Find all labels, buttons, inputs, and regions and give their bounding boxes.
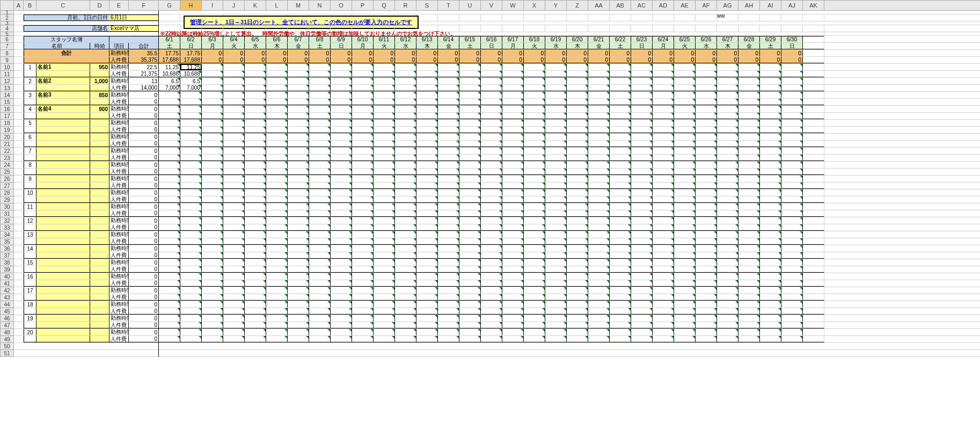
staff-11-h-10[interactable] — [374, 203, 395, 210]
staff-8-h-26[interactable] — [717, 162, 738, 168]
staff-wage-5[interactable] — [90, 120, 109, 126]
staff-7-h-25[interactable] — [696, 148, 717, 154]
staff-6-h-0[interactable] — [159, 134, 180, 140]
staff-2-h-14[interactable] — [459, 78, 481, 84]
staff-12-h-5[interactable] — [266, 217, 288, 224]
staff-12-h-25[interactable] — [696, 217, 717, 224]
staff-13-h-2[interactable] — [202, 231, 223, 238]
col-header-AF[interactable]: AF — [696, 1, 717, 10]
staff-9-h-25[interactable] — [696, 175, 717, 182]
staff-9-h-8[interactable] — [331, 175, 352, 182]
staff-5-h-15[interactable] — [481, 120, 502, 126]
staff-20-h-29[interactable] — [781, 329, 803, 335]
staff-11-h-7[interactable] — [309, 203, 331, 210]
staff-14-h-3[interactable] — [223, 245, 245, 252]
staff-1-h-20[interactable] — [588, 64, 610, 70]
staff-1-h-15[interactable] — [481, 64, 502, 70]
staff-4-h-20[interactable] — [588, 106, 610, 112]
staff-10-h-24[interactable] — [674, 189, 696, 196]
staff-11-h-4[interactable] — [245, 203, 266, 210]
col-header-AI[interactable]: AI — [760, 1, 781, 10]
row-header-12[interactable]: 12 — [1, 78, 13, 85]
staff-10-h-27[interactable] — [738, 189, 760, 196]
staff-2-h-4[interactable] — [245, 78, 266, 84]
staff-7-h-21[interactable] — [610, 148, 631, 154]
staff-9-h-3[interactable] — [223, 175, 245, 182]
staff-6-h-27[interactable] — [738, 134, 760, 140]
col-header-X[interactable]: X — [524, 1, 545, 10]
staff-9-h-7[interactable] — [309, 175, 331, 182]
staff-14-h-0[interactable] — [159, 245, 180, 252]
row-header-21[interactable]: 21 — [1, 141, 13, 148]
staff-11-h-26[interactable] — [717, 203, 738, 210]
staff-17-h-8[interactable] — [331, 287, 352, 294]
staff-12-h-10[interactable] — [374, 217, 395, 224]
col-header-G[interactable]: G — [159, 1, 180, 10]
staff-19-h-3[interactable] — [223, 315, 245, 321]
staff-5-h-18[interactable] — [545, 120, 567, 126]
staff-18-h-22[interactable] — [631, 301, 653, 308]
staff-9-h-12[interactable] — [416, 175, 438, 182]
col-header-AG[interactable]: AG — [717, 1, 738, 10]
staff-2-h-11[interactable] — [395, 78, 416, 84]
staff-19-h-18[interactable] — [545, 315, 567, 321]
staff-16-h-0[interactable] — [159, 273, 180, 280]
staff-17-h-22[interactable] — [631, 287, 653, 294]
staff-7-h-19[interactable] — [567, 148, 588, 154]
staff-1-h-28[interactable] — [760, 64, 781, 70]
staff-9-h-26[interactable] — [717, 175, 738, 182]
staff-11-h-23[interactable] — [653, 203, 674, 210]
staff-15-h-22[interactable] — [631, 259, 653, 266]
staff-4-h-21[interactable] — [610, 106, 631, 112]
staff-8-h-5[interactable] — [266, 162, 288, 168]
staff-15-h-3[interactable] — [223, 259, 245, 266]
staff-18-h-18[interactable] — [545, 301, 567, 308]
staff-19-h-24[interactable] — [674, 315, 696, 321]
staff-1-h-10[interactable] — [374, 64, 395, 70]
staff-9-h-6[interactable] — [288, 175, 309, 182]
col-header-T[interactable]: T — [438, 1, 459, 10]
row-header-14[interactable]: 14 — [1, 92, 13, 99]
staff-13-h-14[interactable] — [459, 231, 481, 238]
staff-12-h-14[interactable] — [459, 217, 481, 224]
row-header-16[interactable]: 16 — [1, 106, 13, 113]
staff-4-h-28[interactable] — [760, 106, 781, 112]
staff-4-h-15[interactable] — [481, 106, 502, 112]
staff-wage-12[interactable] — [90, 217, 109, 224]
staff-5-h-25[interactable] — [696, 120, 717, 126]
staff-name-13[interactable] — [36, 231, 90, 238]
row-header-23[interactable]: 23 — [1, 155, 13, 162]
staff-3-h-25[interactable] — [696, 92, 717, 98]
staff-10-h-8[interactable] — [331, 189, 352, 196]
staff-4-h-12[interactable] — [416, 106, 438, 112]
staff-12-h-12[interactable] — [416, 217, 438, 224]
row-header-11[interactable]: 11 — [1, 71, 13, 78]
staff-17-h-19[interactable] — [567, 287, 588, 294]
staff-name-9[interactable] — [36, 175, 90, 182]
staff-8-h-0[interactable] — [159, 162, 180, 168]
staff-5-h-22[interactable] — [631, 120, 653, 126]
staff-18-h-7[interactable] — [309, 301, 331, 308]
staff-8-h-6[interactable] — [288, 162, 309, 168]
staff-name-4[interactable]: 名前4 — [36, 106, 90, 112]
row-header-50[interactable]: 50 — [1, 343, 13, 350]
staff-10-h-29[interactable] — [781, 189, 803, 196]
staff-4-h-26[interactable] — [717, 106, 738, 112]
staff-1-h-21[interactable] — [610, 64, 631, 70]
staff-6-h-15[interactable] — [481, 134, 502, 140]
staff-18-h-5[interactable] — [266, 301, 288, 308]
staff-wage-4[interactable]: 900 — [90, 106, 109, 112]
staff-wage-8[interactable] — [90, 162, 109, 168]
staff-14-h-24[interactable] — [674, 245, 696, 252]
input-store[interactable]: Excelママ店 — [109, 25, 159, 32]
staff-20-h-3[interactable] — [223, 329, 245, 335]
staff-15-h-15[interactable] — [481, 259, 502, 266]
col-header-V[interactable]: V — [481, 1, 502, 10]
staff-14-h-16[interactable] — [502, 245, 524, 252]
staff-7-h-14[interactable] — [459, 148, 481, 154]
staff-10-h-28[interactable] — [760, 189, 781, 196]
staff-17-h-10[interactable] — [374, 287, 395, 294]
staff-19-h-4[interactable] — [245, 315, 266, 321]
staff-15-h-14[interactable] — [459, 259, 481, 266]
row-header-30[interactable]: 30 — [1, 203, 13, 210]
